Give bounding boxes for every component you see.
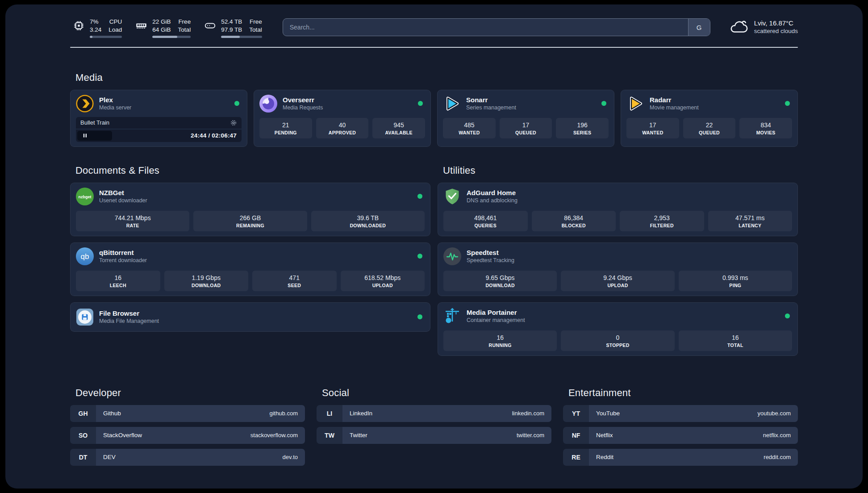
bookmark-stackoverflow[interactable]: SO StackOverflow stackoverflow.com <box>70 427 305 444</box>
portainer-icon <box>443 307 461 325</box>
app-desc: Media File Management <box>99 318 159 324</box>
bookmark-url: linkedin.com <box>512 410 544 417</box>
app-link-qbittorrent[interactable]: qb qBittorrent Torrent downloader <box>76 247 425 265</box>
stat-block: 0 STOPPED <box>561 330 674 351</box>
cpu-labels: CPU Load <box>108 18 122 34</box>
status-dot <box>785 101 790 106</box>
app-link-speedtest[interactable]: Speedtest Speedtest Tracking <box>443 247 792 265</box>
overseerr-icon <box>259 95 277 113</box>
bookmark-abbr: NF <box>563 427 589 444</box>
app-stats: 498,461 QUERIES 86,384 BLOCKED 2,953 FIL… <box>443 211 792 231</box>
stat-block: 9.65 Gbps DOWNLOAD <box>443 271 557 291</box>
stat-block: 266 GB REMAINING <box>193 211 307 231</box>
memory-usage-bar <box>152 36 191 38</box>
stat-block: 17 WANTED <box>626 118 679 138</box>
app-stats: 485 WANTED 17 QUEUED 196 SERIES <box>443 118 609 138</box>
app-desc: Usenet downloader <box>99 197 147 204</box>
memory-labels: Free Total <box>178 18 191 34</box>
bookmark-abbr: RE <box>563 449 589 466</box>
weather-widget[interactable]: Lviv, 16.87°C scattered clouds <box>729 18 798 35</box>
section-documents: Documents & Files nzbget <box>70 165 430 332</box>
app-name: Overseerr <box>283 96 323 104</box>
bookmark-name: StackOverflow <box>103 432 142 439</box>
stat-block: 17 QUEUED <box>500 118 552 138</box>
stat-block: 945 AVAILABLE <box>372 118 425 138</box>
stat-block: 16 TOTAL <box>679 330 792 351</box>
app-name: Radarr <box>650 96 699 104</box>
search-input[interactable] <box>283 18 710 36</box>
app-desc: Media Requests <box>283 104 323 111</box>
app-name: qBittorrent <box>99 249 147 256</box>
stat-block: 485 WANTED <box>443 118 496 138</box>
playback-time: 24:44 / 02:06:47 <box>191 132 240 139</box>
app-name: NZBGet <box>99 189 147 196</box>
stat-block: 22 QUEUED <box>683 118 736 138</box>
pause-button[interactable] <box>77 131 112 141</box>
bookmark-dev[interactable]: DT DEV dev.to <box>70 449 305 466</box>
bookmark-twitter[interactable]: TW Twitter twitter.com <box>317 427 551 444</box>
radarr-icon <box>626 95 644 113</box>
app-card-plex: Plex Media server Bullet Train <box>70 90 247 147</box>
bookmark-abbr: DT <box>70 449 96 466</box>
bookmark-group-social: Social LI LinkedIn linkedin.com TW Twitt… <box>317 387 551 466</box>
search-provider-button[interactable]: G <box>688 19 710 36</box>
bookmark-name: YouTube <box>596 410 620 417</box>
app-card-portainer: Media Portainer Container management 16 … <box>438 302 798 356</box>
cpu-usage-bar <box>90 36 122 38</box>
bookmark-youtube[interactable]: YT YouTube youtube.com <box>563 405 798 422</box>
app-card-sonarr: Sonarr Series management 485 WANTED 17 Q… <box>437 90 614 147</box>
app-card-speedtest: Speedtest Speedtest Tracking 9.65 Gbps D… <box>438 242 798 296</box>
app-link-adguard[interactable]: AdGuard Home DNS and adblocking <box>443 188 792 205</box>
stat-block: 1.19 Gbps DOWNLOAD <box>164 271 249 291</box>
app-stats: 16 RUNNING 0 STOPPED 16 TOTAL <box>443 330 792 351</box>
nzbget-icon: nzbget <box>76 188 94 205</box>
app-link-sonarr[interactable]: Sonarr Series management <box>443 95 609 113</box>
app-link-radarr[interactable]: Radarr Movie management <box>626 95 792 113</box>
stat-block: 834 MOVIES <box>739 118 792 138</box>
bookmark-url: reddit.com <box>764 454 791 460</box>
app-stats: 16 LEECH 1.19 Gbps DOWNLOAD 471 SEED <box>76 271 425 291</box>
app-stats: 744.21 Mbps RATE 266 GB REMAINING 39.6 T… <box>76 211 425 231</box>
app-card-filebrowser: File Browser Media File Management <box>70 302 430 332</box>
app-name: Sonarr <box>466 96 516 104</box>
app-link-portainer[interactable]: Media Portainer Container management <box>443 307 792 325</box>
app-desc: Container management <box>467 317 525 323</box>
bookmark-reddit[interactable]: RE Reddit reddit.com <box>563 449 798 466</box>
app-name: Plex <box>99 96 131 104</box>
app-desc: Media server <box>99 104 131 111</box>
disk-labels: Free Total <box>249 18 262 34</box>
status-dot <box>417 314 422 319</box>
gear-icon[interactable] <box>230 119 237 126</box>
bookmark-abbr: GH <box>70 405 96 422</box>
bookmark-github[interactable]: GH Github github.com <box>70 405 305 422</box>
app-name: AdGuard Home <box>467 189 517 196</box>
app-link-filebrowser[interactable]: File Browser Media File Management <box>76 308 425 326</box>
weather-location-temp: Lviv, 16.87°C <box>754 19 798 27</box>
app-link-nzbget[interactable]: nzbget NZBGet Usenet downloader <box>76 188 425 205</box>
app-link-plex[interactable]: Plex Media server <box>76 95 242 113</box>
stat-block: 2,953 FILTERED <box>620 211 704 231</box>
stat-block: 196 SERIES <box>556 118 609 138</box>
qbittorrent-icon: qb <box>76 247 94 265</box>
header-divider <box>70 47 798 48</box>
bookmark-linkedin[interactable]: LI LinkedIn linkedin.com <box>317 405 551 422</box>
app-stats: 17 WANTED 22 QUEUED 834 MOVIES <box>626 118 792 138</box>
app-name: File Browser <box>99 309 159 317</box>
bookmark-url: twitter.com <box>517 432 544 439</box>
app-desc: Speedtest Tracking <box>467 257 514 263</box>
weather-condition: scattered clouds <box>754 28 798 34</box>
bookmark-netflix[interactable]: NF Netflix netflix.com <box>563 427 798 444</box>
app-stats: 9.65 Gbps DOWNLOAD 9.24 Gbps UPLOAD 0.99… <box>443 271 792 291</box>
bookmark-abbr: SO <box>70 427 96 444</box>
app-stats: 21 PENDING 40 APPROVED 945 AVAILABLE <box>259 118 425 138</box>
cpu-monitor: 7% 3.24 CPU Load <box>73 18 122 38</box>
cpu-values: 7% 3.24 <box>90 18 101 34</box>
section-utilities: Utilities <box>438 165 798 356</box>
bookmark-name: Github <box>103 410 121 417</box>
bookmark-group-title: Social <box>317 387 551 399</box>
plex-now-playing: Bullet Train <box>76 117 242 142</box>
section-media: Media Plex Media server <box>70 72 798 147</box>
app-card-adguard: AdGuard Home DNS and adblocking 498,461 … <box>438 183 798 236</box>
app-link-overseerr[interactable]: Overseerr Media Requests <box>259 95 425 113</box>
status-dot <box>417 194 422 199</box>
